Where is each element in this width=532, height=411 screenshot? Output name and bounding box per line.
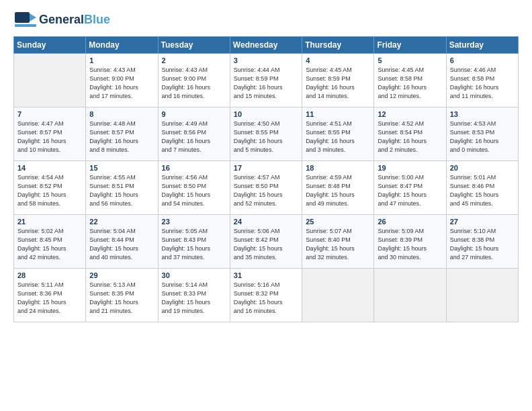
calendar-week-row: 7Sunrise: 4:47 AM Sunset: 8:57 PM Daylig… (14, 107, 519, 161)
day-number: 15 (89, 164, 154, 172)
day-info: Sunrise: 4:54 AM Sunset: 8:52 PM Dayligh… (17, 173, 82, 208)
day-number: 27 (450, 218, 515, 226)
weekday-header-cell: Friday (374, 37, 446, 54)
weekday-header-cell: Thursday (302, 37, 374, 54)
calendar-cell: 24Sunrise: 5:06 AM Sunset: 8:42 PM Dayli… (230, 215, 302, 269)
weekday-header-cell: Monday (86, 37, 158, 54)
day-info: Sunrise: 4:43 AM Sunset: 9:00 PM Dayligh… (162, 66, 226, 101)
calendar-cell: 1Sunrise: 4:43 AM Sunset: 9:00 PM Daylig… (86, 54, 158, 107)
day-number: 7 (17, 110, 82, 118)
day-info: Sunrise: 4:43 AM Sunset: 9:00 PM Dayligh… (89, 66, 154, 101)
calendar-cell: 5Sunrise: 4:45 AM Sunset: 8:58 PM Daylig… (374, 54, 446, 107)
page: GeneralBlue SundayMondayTuesdayWednesday… (0, 0, 532, 411)
calendar-cell: 6Sunrise: 4:46 AM Sunset: 8:58 PM Daylig… (446, 54, 518, 107)
calendar-cell: 26Sunrise: 5:09 AM Sunset: 8:39 PM Dayli… (374, 215, 446, 269)
calendar-cell: 25Sunrise: 5:07 AM Sunset: 8:40 PM Dayli… (302, 215, 374, 269)
calendar-week-row: 14Sunrise: 4:54 AM Sunset: 8:52 PM Dayli… (14, 161, 519, 215)
calendar-cell: 21Sunrise: 5:02 AM Sunset: 8:45 PM Dayli… (14, 215, 86, 269)
calendar-cell: 27Sunrise: 5:10 AM Sunset: 8:38 PM Dayli… (446, 215, 518, 269)
day-number: 4 (306, 56, 370, 64)
day-info: Sunrise: 4:46 AM Sunset: 8:58 PM Dayligh… (450, 66, 515, 101)
calendar-cell: 7Sunrise: 4:47 AM Sunset: 8:57 PM Daylig… (14, 107, 86, 161)
day-info: Sunrise: 5:10 AM Sunset: 8:38 PM Dayligh… (450, 227, 515, 262)
day-info: Sunrise: 4:49 AM Sunset: 8:56 PM Dayligh… (162, 120, 226, 154)
day-number: 18 (306, 164, 370, 172)
logo-icon (13, 11, 38, 30)
day-number: 24 (234, 218, 298, 226)
day-number: 31 (234, 271, 298, 279)
day-number: 21 (17, 218, 82, 226)
day-info: Sunrise: 5:07 AM Sunset: 8:40 PM Dayligh… (306, 227, 370, 262)
weekday-header-row: SundayMondayTuesdayWednesdayThursdayFrid… (14, 37, 519, 54)
svg-rect-2 (15, 24, 36, 27)
calendar-cell: 29Sunrise: 5:13 AM Sunset: 8:35 PM Dayli… (86, 269, 158, 322)
day-number: 19 (378, 164, 442, 172)
day-info: Sunrise: 5:06 AM Sunset: 8:42 PM Dayligh… (234, 227, 298, 262)
calendar-cell: 3Sunrise: 4:44 AM Sunset: 8:59 PM Daylig… (230, 54, 302, 107)
day-info: Sunrise: 5:14 AM Sunset: 8:33 PM Dayligh… (162, 281, 226, 316)
calendar-cell: 13Sunrise: 4:53 AM Sunset: 8:53 PM Dayli… (446, 107, 518, 161)
day-info: Sunrise: 5:01 AM Sunset: 8:46 PM Dayligh… (450, 173, 515, 208)
day-info: Sunrise: 4:55 AM Sunset: 8:51 PM Dayligh… (89, 173, 154, 208)
day-number: 3 (234, 56, 298, 64)
day-number: 12 (378, 110, 442, 118)
day-info: Sunrise: 4:57 AM Sunset: 8:50 PM Dayligh… (234, 173, 298, 208)
day-info: Sunrise: 4:56 AM Sunset: 8:50 PM Dayligh… (162, 173, 226, 208)
day-info: Sunrise: 4:51 AM Sunset: 8:55 PM Dayligh… (306, 120, 370, 154)
calendar-cell: 14Sunrise: 4:54 AM Sunset: 8:52 PM Dayli… (14, 161, 86, 215)
day-info: Sunrise: 4:48 AM Sunset: 8:57 PM Dayligh… (89, 120, 154, 154)
calendar-week-row: 21Sunrise: 5:02 AM Sunset: 8:45 PM Dayli… (14, 215, 519, 269)
calendar-table: SundayMondayTuesdayWednesdayThursdayFrid… (13, 36, 519, 322)
day-number: 25 (306, 218, 370, 226)
day-number: 8 (89, 110, 154, 118)
day-number: 23 (162, 218, 226, 226)
calendar-body: 1Sunrise: 4:43 AM Sunset: 9:00 PM Daylig… (14, 54, 519, 322)
day-number: 1 (89, 56, 154, 64)
day-number: 5 (378, 56, 442, 64)
header: GeneralBlue (13, 11, 519, 30)
calendar-cell: 28Sunrise: 5:11 AM Sunset: 8:36 PM Dayli… (14, 269, 86, 322)
svg-marker-1 (30, 13, 36, 21)
day-number: 17 (234, 164, 298, 172)
day-info: Sunrise: 5:04 AM Sunset: 8:44 PM Dayligh… (89, 227, 154, 262)
calendar-cell: 18Sunrise: 4:59 AM Sunset: 8:48 PM Dayli… (302, 161, 374, 215)
calendar-cell: 11Sunrise: 4:51 AM Sunset: 8:55 PM Dayli… (302, 107, 374, 161)
day-number: 10 (234, 110, 298, 118)
day-info: Sunrise: 5:05 AM Sunset: 8:43 PM Dayligh… (162, 227, 226, 262)
calendar-cell: 8Sunrise: 4:48 AM Sunset: 8:57 PM Daylig… (86, 107, 158, 161)
calendar-cell (446, 269, 518, 322)
day-info: Sunrise: 4:50 AM Sunset: 8:55 PM Dayligh… (234, 120, 298, 154)
calendar-cell: 16Sunrise: 4:56 AM Sunset: 8:50 PM Dayli… (158, 161, 230, 215)
day-number: 9 (162, 110, 226, 118)
calendar-cell: 15Sunrise: 4:55 AM Sunset: 8:51 PM Dayli… (86, 161, 158, 215)
weekday-header-cell: Sunday (14, 37, 86, 54)
calendar-cell: 22Sunrise: 5:04 AM Sunset: 8:44 PM Dayli… (86, 215, 158, 269)
calendar-cell: 17Sunrise: 4:57 AM Sunset: 8:50 PM Dayli… (230, 161, 302, 215)
day-number: 16 (162, 164, 226, 172)
day-info: Sunrise: 4:59 AM Sunset: 8:48 PM Dayligh… (306, 173, 370, 208)
day-number: 22 (89, 218, 154, 226)
day-info: Sunrise: 4:47 AM Sunset: 8:57 PM Dayligh… (17, 120, 82, 154)
day-number: 30 (162, 271, 226, 279)
day-info: Sunrise: 5:02 AM Sunset: 8:45 PM Dayligh… (17, 227, 82, 262)
day-info: Sunrise: 4:45 AM Sunset: 8:58 PM Dayligh… (378, 66, 442, 101)
day-info: Sunrise: 5:16 AM Sunset: 8:32 PM Dayligh… (234, 281, 298, 316)
svg-rect-0 (15, 12, 30, 23)
calendar-cell: 12Sunrise: 4:52 AM Sunset: 8:54 PM Dayli… (374, 107, 446, 161)
weekday-header-cell: Wednesday (230, 37, 302, 54)
day-info: Sunrise: 4:52 AM Sunset: 8:54 PM Dayligh… (378, 120, 442, 154)
calendar-cell: 2Sunrise: 4:43 AM Sunset: 9:00 PM Daylig… (158, 54, 230, 107)
calendar-cell (302, 269, 374, 322)
day-info: Sunrise: 5:00 AM Sunset: 8:47 PM Dayligh… (378, 173, 442, 208)
calendar-cell (374, 269, 446, 322)
day-number: 6 (450, 56, 515, 64)
calendar-cell: 23Sunrise: 5:05 AM Sunset: 8:43 PM Dayli… (158, 215, 230, 269)
day-info: Sunrise: 5:13 AM Sunset: 8:35 PM Dayligh… (89, 281, 154, 316)
calendar-cell: 30Sunrise: 5:14 AM Sunset: 8:33 PM Dayli… (158, 269, 230, 322)
weekday-header-cell: Saturday (446, 37, 518, 54)
logo: GeneralBlue (13, 11, 110, 30)
calendar-week-row: 1Sunrise: 4:43 AM Sunset: 9:00 PM Daylig… (14, 54, 519, 107)
calendar-week-row: 28Sunrise: 5:11 AM Sunset: 8:36 PM Dayli… (14, 269, 519, 322)
calendar-cell: 31Sunrise: 5:16 AM Sunset: 8:32 PM Dayli… (230, 269, 302, 322)
day-info: Sunrise: 4:44 AM Sunset: 8:59 PM Dayligh… (234, 66, 298, 101)
